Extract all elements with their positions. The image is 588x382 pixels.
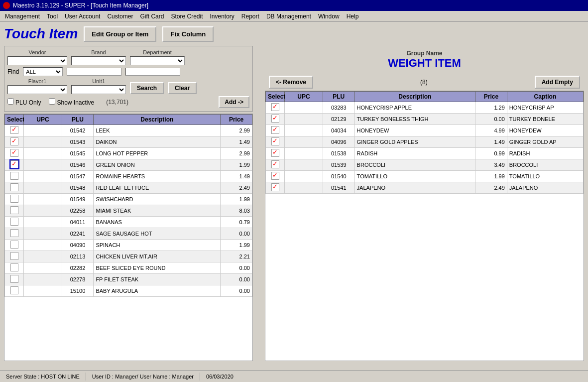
checkbox[interactable]: [271, 137, 279, 145]
table-row[interactable]: 01538 RADISH 0.99 RADISH: [266, 148, 584, 159]
checkbox[interactable]: [271, 149, 279, 157]
cell-select[interactable]: [5, 205, 24, 217]
table-row[interactable]: 01549 SWISHCHARD 1.99: [5, 194, 252, 205]
cell-select[interactable]: [5, 262, 24, 274]
table-row[interactable]: 03283 HONEYCRISP APPLE 1.29 HONEYCRISP A…: [266, 102, 584, 114]
cell-select[interactable]: [5, 285, 24, 297]
table-row[interactable]: 02129 TURKEY BONELESS THIGH 0.00 TURKEY …: [266, 114, 584, 125]
table-row[interactable]: 04011 BANANAS 0.79: [5, 217, 252, 228]
department-select[interactable]: [130, 56, 185, 65]
menu-store-credit[interactable]: Store Credit: [168, 12, 206, 21]
table-row[interactable]: 02278 FP FILET STEAK 0.00: [5, 274, 252, 285]
clear-button[interactable]: Clear: [168, 82, 197, 94]
find-input[interactable]: [67, 68, 121, 76]
table-row[interactable]: 01546 GREEN ONION 1.99: [5, 159, 252, 171]
table-row[interactable]: 01548 RED LEAF LETTUCE 2.49: [5, 182, 252, 194]
cell-select[interactable]: [266, 136, 285, 148]
menu-user-account[interactable]: User Account: [62, 12, 103, 21]
cell-select[interactable]: [5, 240, 24, 251]
cell-select[interactable]: [5, 148, 24, 159]
unit1-select[interactable]: [71, 85, 126, 94]
checkbox[interactable]: [10, 263, 18, 271]
table-row[interactable]: 04096 GINGER GOLD APPLES 1.49 GINGER GOL…: [266, 136, 584, 148]
menu-management[interactable]: Management: [2, 12, 43, 21]
add-empty-button[interactable]: Add Empty: [535, 76, 580, 89]
checkbox[interactable]: [10, 206, 18, 214]
table-row[interactable]: 04034 HONEYDEW 4.99 HONEYDEW: [266, 125, 584, 136]
cell-select[interactable]: [266, 171, 285, 182]
menu-window[interactable]: Window: [315, 12, 343, 21]
cell-upc: [285, 171, 323, 182]
table-row[interactable]: 01539 BROCCOLI 3.49 BROCCOLI: [266, 159, 584, 171]
cell-select[interactable]: [266, 182, 285, 194]
cell-select[interactable]: [5, 274, 24, 285]
add-button[interactable]: Add ->: [219, 96, 249, 108]
cell-select[interactable]: [5, 251, 24, 262]
table-row[interactable]: 01545 LONG HOT PEPPER 2.99: [5, 148, 252, 159]
plu-only-checkbox[interactable]: [7, 98, 14, 105]
checkbox[interactable]: [271, 126, 279, 134]
cell-select[interactable]: [5, 171, 24, 182]
cell-select[interactable]: [266, 125, 285, 136]
table-row[interactable]: 15100 BABY ARUGULA 0.00: [5, 285, 252, 297]
remove-button[interactable]: <- Remove: [269, 76, 313, 89]
cell-select[interactable]: [5, 125, 24, 136]
find-select[interactable]: ALL: [23, 67, 63, 76]
table-row[interactable]: 01547 ROMAINE HEARTS 1.49: [5, 171, 252, 182]
checkbox[interactable]: [10, 241, 18, 249]
menu-gift-card[interactable]: Gift Card: [137, 12, 167, 21]
edit-group-button[interactable]: Edit Group or Item: [84, 26, 156, 42]
menu-db-management[interactable]: DB Management: [263, 12, 314, 21]
cell-select[interactable]: [266, 159, 285, 171]
cell-select[interactable]: [5, 136, 24, 148]
cell-select[interactable]: [5, 228, 24, 240]
checkbox[interactable]: [10, 137, 18, 145]
checkbox[interactable]: [10, 275, 18, 283]
cell-select[interactable]: [5, 159, 24, 171]
table-row[interactable]: 01542 LEEK 2.99: [5, 125, 252, 136]
table-row[interactable]: 02241 SAGE SAUSAGE HOT 0.00: [5, 228, 252, 240]
cell-select[interactable]: [5, 194, 24, 205]
cell-select[interactable]: [5, 217, 24, 228]
table-row[interactable]: 01541 JALAPENO 2.49 JALAPENO: [266, 182, 584, 194]
plu-only-checkbox-label[interactable]: PLU Only: [7, 98, 41, 106]
cell-select[interactable]: [266, 102, 285, 114]
table-row[interactable]: 01540 TOMATILLO 1.99 TOMATILLO: [266, 171, 584, 182]
table-row[interactable]: 01543 DAIKON 1.49: [5, 136, 252, 148]
checkbox[interactable]: [271, 115, 279, 123]
checkbox[interactable]: [10, 160, 18, 168]
cell-select[interactable]: [5, 182, 24, 194]
flavor1-select[interactable]: [7, 85, 67, 94]
search-button[interactable]: Search: [130, 82, 164, 94]
checkbox[interactable]: [10, 195, 18, 203]
vendor-select[interactable]: [7, 56, 67, 65]
table-row[interactable]: 02258 MIAMI STEAK 8.03: [5, 205, 252, 217]
checkbox[interactable]: [10, 218, 18, 226]
cell-select[interactable]: [266, 148, 285, 159]
show-inactive-checkbox-label[interactable]: Show Inactive: [49, 98, 94, 106]
checkbox[interactable]: [10, 183, 18, 191]
checkbox[interactable]: [10, 149, 18, 157]
checkbox[interactable]: [10, 172, 18, 180]
checkbox[interactable]: [271, 160, 279, 168]
brand-select[interactable]: [71, 56, 126, 65]
checkbox[interactable]: [10, 229, 18, 237]
table-row[interactable]: 02113 CHICKEN LIVER MT.AIR 2.21: [5, 251, 252, 262]
menu-help[interactable]: Help: [344, 12, 362, 21]
checkbox[interactable]: [10, 126, 18, 134]
menu-tool[interactable]: Tool: [44, 12, 61, 21]
fix-column-button[interactable]: Fix Column: [162, 26, 214, 42]
menu-report[interactable]: Report: [238, 12, 262, 21]
cell-select[interactable]: [266, 114, 285, 125]
checkbox[interactable]: [271, 172, 279, 180]
table-row[interactable]: 02282 BEEF SLICED EYE ROUND 0.00: [5, 262, 252, 274]
find-input-2[interactable]: [125, 68, 180, 76]
table-row[interactable]: 04090 SPINACH 1.99: [5, 240, 252, 251]
menu-inventory[interactable]: Inventory: [207, 12, 237, 21]
menu-customer[interactable]: Customer: [104, 12, 136, 21]
checkbox[interactable]: [10, 286, 18, 294]
checkbox[interactable]: [10, 252, 18, 260]
checkbox[interactable]: [271, 183, 279, 191]
checkbox[interactable]: [271, 103, 279, 111]
show-inactive-checkbox[interactable]: [49, 98, 55, 105]
